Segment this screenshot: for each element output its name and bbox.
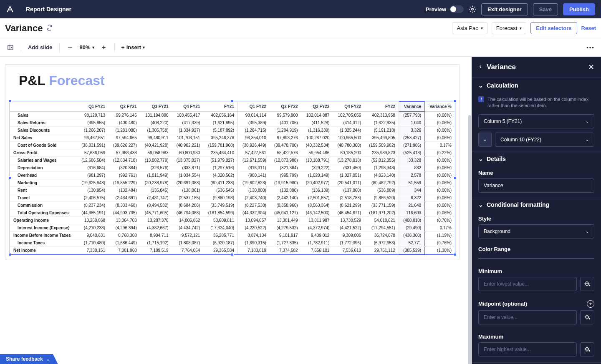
cell: (0.06%) bbox=[425, 164, 455, 172]
cell: (52,012,355) bbox=[364, 157, 399, 164]
row-label: Interest Income (Expense) bbox=[10, 224, 77, 232]
cell: (1,020,149) bbox=[301, 172, 333, 179]
column-b-select[interactable]: Column 10 (FY22) ⌄ bbox=[495, 133, 594, 147]
midpoint-label: Midpoint (optional) bbox=[478, 301, 527, 307]
cell: (4,020,562) bbox=[203, 172, 237, 179]
table-selection[interactable]: Q1 FY21Q2 FY21Q3 FY21Q4 FY21FY21Q1 FY22Q… bbox=[10, 101, 455, 255]
column-header[interactable]: Q3 FY22 bbox=[301, 102, 333, 112]
publish-button[interactable]: Publish bbox=[563, 3, 595, 15]
cell: (40,902,221) bbox=[172, 142, 204, 149]
reset-link[interactable]: Reset bbox=[581, 25, 596, 31]
zoom-out-button[interactable]: − bbox=[64, 41, 76, 54]
cell: (181,854,599) bbox=[203, 209, 237, 217]
preview-toggle[interactable] bbox=[449, 5, 464, 13]
column-header[interactable]: Q4 FY22 bbox=[333, 102, 364, 112]
cell: (992,761) bbox=[109, 172, 140, 179]
selection-handle[interactable] bbox=[231, 253, 234, 256]
column-a-select[interactable]: Column 5 (FY21) ⌄ bbox=[478, 114, 594, 128]
column-header[interactable]: FY21 bbox=[203, 102, 237, 112]
cell: 52,771 bbox=[399, 239, 424, 247]
selection-handle[interactable] bbox=[8, 176, 11, 179]
midpoint-color-picker[interactable] bbox=[580, 310, 594, 324]
zoom-in-button[interactable]: + bbox=[98, 41, 110, 54]
cell: (17,324,040) bbox=[203, 224, 237, 232]
midpoint-input[interactable] bbox=[478, 310, 577, 324]
conditional-formatting-section-toggle[interactable]: ⌄ Conditional formatting bbox=[472, 197, 601, 212]
row-label: Overhead bbox=[10, 172, 77, 179]
column-header[interactable]: Q4 FY21 bbox=[172, 102, 204, 112]
selection-handle[interactable] bbox=[231, 100, 234, 103]
column-header[interactable]: Variance % bbox=[425, 102, 455, 112]
cell: (80,462,792) bbox=[364, 179, 399, 187]
minimum-input[interactable] bbox=[478, 277, 577, 291]
settings-button[interactable] bbox=[469, 5, 476, 13]
style-select[interactable]: Background ⌄ bbox=[478, 224, 594, 238]
back-button[interactable] bbox=[478, 64, 482, 71]
cell: 101,703,151 bbox=[172, 134, 204, 142]
scrollbar-thumb[interactable] bbox=[468, 115, 471, 364]
gear-icon bbox=[469, 5, 476, 13]
cell: (438,300) bbox=[399, 232, 424, 239]
insert-button[interactable]: + Insert ▾ bbox=[119, 44, 148, 51]
minimum-label: Minimum bbox=[472, 265, 601, 277]
column-header[interactable]: FY22 bbox=[364, 102, 399, 112]
selection-handle[interactable] bbox=[454, 176, 457, 179]
cell: (19,625,943) bbox=[77, 179, 109, 187]
chevron-down-icon: ▾ bbox=[92, 45, 94, 50]
more-button[interactable]: ••• bbox=[584, 41, 597, 54]
cell: (159,781,968) bbox=[203, 142, 237, 149]
row-label: Gross Profit bbox=[10, 149, 77, 157]
canvas[interactable]: P&L Forecast Q1 FY21Q2 FY21Q3 FY21Q4 FY2… bbox=[0, 57, 472, 364]
selection-handle[interactable] bbox=[8, 100, 11, 103]
cell: 7,183,819 bbox=[237, 247, 269, 254]
column-header[interactable]: Q1 FY22 bbox=[237, 102, 269, 112]
column-header[interactable]: Q2 FY21 bbox=[109, 102, 140, 112]
row-label: Income Before Income Taxes bbox=[10, 232, 77, 239]
operator-select[interactable]: - bbox=[478, 133, 492, 147]
cell: 36,285,771 bbox=[203, 232, 237, 239]
cell: (45,771,605) bbox=[140, 209, 172, 217]
details-section-toggle[interactable]: ⌄ Details bbox=[472, 151, 601, 166]
cell: 13,064,703 bbox=[109, 217, 140, 224]
cell: 3,326 bbox=[399, 127, 424, 134]
name-input[interactable] bbox=[478, 178, 594, 193]
selection-handle[interactable] bbox=[454, 253, 457, 256]
style-value: Background bbox=[484, 228, 510, 234]
cell: (20,541,011) bbox=[333, 179, 364, 187]
zoom-select[interactable]: 80% ▾ bbox=[78, 44, 96, 50]
column-header[interactable]: Variance bbox=[399, 102, 424, 112]
paint-bucket-icon bbox=[584, 346, 591, 353]
scenario-selector[interactable]: Forecast ▾ bbox=[492, 22, 527, 34]
column-header[interactable]: Q3 FY21 bbox=[140, 102, 172, 112]
remove-column-button[interactable]: Remove column bbox=[472, 362, 601, 364]
maximum-color-picker[interactable] bbox=[580, 342, 594, 356]
add-midpoint-button[interactable]: + bbox=[587, 300, 594, 308]
calculation-section-toggle[interactable]: ⌄ Calculation bbox=[472, 78, 601, 93]
edit-selectors-button[interactable]: Edit selectors bbox=[530, 22, 577, 34]
cell: (1,772,396) bbox=[333, 239, 364, 247]
exit-designer-button[interactable]: Exit designer bbox=[481, 3, 528, 15]
cell: (4,210,238) bbox=[77, 224, 109, 232]
maximum-input[interactable] bbox=[478, 342, 577, 356]
cell: (12,873,988) bbox=[270, 157, 301, 164]
cell: (135,045) bbox=[140, 187, 172, 194]
close-button[interactable]: ✕ bbox=[588, 63, 594, 72]
vertical-scrollbar[interactable] bbox=[468, 115, 471, 364]
add-slide-button[interactable]: Add slide bbox=[25, 44, 55, 50]
column-header[interactable] bbox=[10, 102, 77, 112]
page-name: Variance bbox=[5, 23, 53, 34]
cell: (44,385,191) bbox=[77, 209, 109, 217]
minimum-color-picker[interactable] bbox=[580, 277, 594, 291]
refresh-icon[interactable] bbox=[46, 25, 53, 32]
cell: (417,339) bbox=[172, 119, 204, 127]
selection-handle[interactable] bbox=[454, 100, 457, 103]
cell: (20,402,977) bbox=[301, 179, 333, 187]
cell: (2,518,783) bbox=[333, 194, 364, 202]
panel-toggle-button[interactable] bbox=[4, 41, 17, 54]
selection-handle[interactable] bbox=[8, 253, 11, 256]
cell: (0.06%) bbox=[425, 157, 455, 164]
column-header[interactable]: Q1 FY21 bbox=[77, 102, 109, 112]
region-selector[interactable]: Asia Pac ▾ bbox=[452, 22, 487, 34]
column-header[interactable]: Q2 FY22 bbox=[270, 102, 301, 112]
share-feedback-button[interactable]: Share feedback ⌄ bbox=[0, 354, 58, 364]
